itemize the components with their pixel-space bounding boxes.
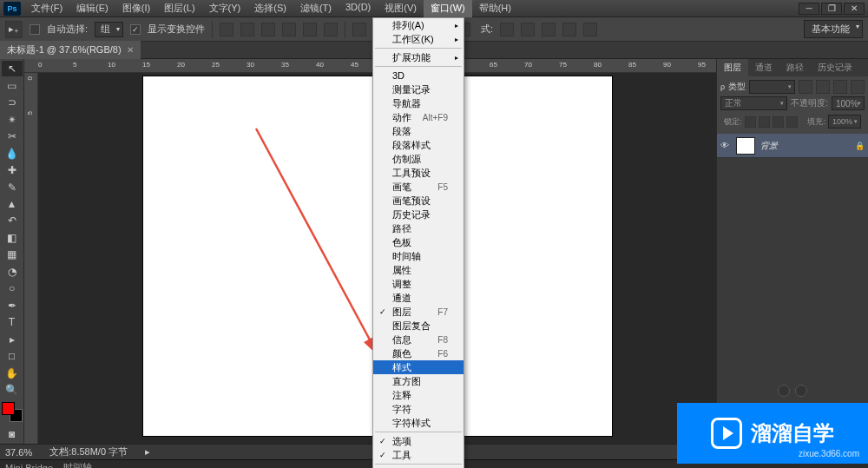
filter-icon-4[interactable] bbox=[851, 80, 865, 94]
blend-mode-dropdown[interactable]: 正常 bbox=[720, 96, 787, 110]
quick-mask-tool[interactable]: ◙ bbox=[2, 426, 23, 442]
dodge-tool[interactable]: ○ bbox=[2, 280, 23, 296]
pen-tool[interactable]: ✒ bbox=[2, 298, 23, 313]
menu-item-layer-comps[interactable]: 图层复合 bbox=[373, 319, 464, 333]
restore-button[interactable]: ❐ bbox=[821, 3, 842, 15]
3d-mode-icon-4[interactable] bbox=[562, 23, 576, 36]
menu-item-properties[interactable]: 属性 bbox=[373, 263, 464, 277]
path-selection-tool[interactable]: ▸ bbox=[2, 332, 23, 347]
magic-wand-tool[interactable]: ✴ bbox=[2, 111, 23, 127]
menu-window[interactable]: 窗口(W) bbox=[424, 0, 472, 17]
eraser-tool[interactable]: ◧ bbox=[2, 230, 23, 246]
gradient-tool[interactable]: ▦ bbox=[2, 247, 23, 262]
menu-layer[interactable]: 图层(L) bbox=[157, 0, 201, 17]
document-tab[interactable]: 未标题-1 @ 37.6%(RGB/8) ✕ bbox=[0, 41, 141, 59]
menu-item-extensions[interactable]: 扩展功能 bbox=[373, 50, 464, 64]
lock-position-icon[interactable] bbox=[773, 116, 784, 128]
close-tab-icon[interactable]: ✕ bbox=[127, 45, 134, 55]
type-tool[interactable]: T bbox=[2, 314, 23, 330]
paths-panel-tab[interactable]: 路径 bbox=[779, 59, 811, 76]
menu-item-info[interactable]: 信息F8 bbox=[373, 333, 464, 346]
lock-transparency-icon[interactable] bbox=[745, 116, 756, 128]
layer-row-background[interactable]: 👁 背景 🔒 bbox=[717, 134, 868, 158]
menu-item-adjustments[interactable]: 调整 bbox=[373, 277, 464, 291]
align-icon-4[interactable] bbox=[282, 23, 296, 36]
brush-tool[interactable]: ✎ bbox=[2, 179, 23, 194]
filter-icon-2[interactable] bbox=[816, 80, 830, 94]
zoom-tool[interactable]: 🔍 bbox=[2, 382, 23, 398]
menu-item-styles[interactable]: 样式 bbox=[373, 360, 464, 374]
hand-tool[interactable]: ✋ bbox=[2, 365, 23, 380]
menu-view[interactable]: 视图(V) bbox=[378, 0, 424, 17]
layer-thumbnail[interactable] bbox=[736, 137, 755, 155]
menu-item-actions[interactable]: 动作Alt+F9 bbox=[373, 110, 464, 124]
filter-icon-3[interactable] bbox=[833, 80, 847, 94]
3d-mode-icon-3[interactable] bbox=[542, 23, 556, 36]
timeline-tab[interactable]: 时间轴 bbox=[63, 461, 92, 468]
crop-tool[interactable]: ✂ bbox=[2, 129, 23, 144]
lasso-tool[interactable]: ⊃ bbox=[2, 95, 23, 110]
visibility-toggle-icon[interactable]: 👁 bbox=[720, 141, 731, 150]
3d-mode-icon-5[interactable] bbox=[583, 23, 597, 36]
menu-help[interactable]: 帮助(H) bbox=[472, 0, 518, 17]
auto-select-dropdown[interactable]: 组 bbox=[95, 22, 123, 37]
menu-item-arrange[interactable]: 排列(A) bbox=[373, 18, 464, 32]
rectangle-tool[interactable]: □ bbox=[2, 348, 23, 364]
history-brush-tool[interactable]: ↶ bbox=[2, 213, 23, 228]
menu-item-measure[interactable]: 测量记录 bbox=[373, 82, 464, 96]
menu-item-history[interactable]: 历史记录 bbox=[373, 208, 464, 221]
menu-edit[interactable]: 编辑(E) bbox=[69, 0, 115, 17]
lock-pixels-icon[interactable] bbox=[759, 116, 770, 128]
menu-item-swatches[interactable]: 色板 bbox=[373, 235, 464, 249]
menu-file[interactable]: 文件(F) bbox=[24, 0, 69, 17]
menu-item-paragraph-styles[interactable]: 段落样式 bbox=[373, 138, 464, 152]
menu-filter[interactable]: 滤镜(T) bbox=[293, 0, 339, 17]
align-icon-2[interactable] bbox=[240, 23, 254, 36]
layers-panel-tab[interactable]: 图层 bbox=[717, 59, 748, 76]
zoom-level[interactable]: 37.6% bbox=[5, 447, 32, 458]
document-info[interactable]: 文档:8.58M/0 字节 bbox=[49, 445, 128, 458]
minimize-button[interactable]: ─ bbox=[799, 3, 819, 15]
color-swatches[interactable] bbox=[2, 402, 23, 421]
doc-info-chevron-icon[interactable]: ▸ bbox=[145, 446, 150, 458]
eyedropper-tool[interactable]: 💧 bbox=[2, 145, 23, 161]
menu-item-workspace[interactable]: 工作区(K) bbox=[373, 32, 464, 46]
distribute-icon-1[interactable] bbox=[352, 23, 366, 36]
move-tool[interactable]: ↖ bbox=[2, 61, 23, 76]
menu-item-tool-presets[interactable]: 工具预设 bbox=[373, 166, 464, 180]
mini-bridge-tab[interactable]: Mini Bridge bbox=[5, 463, 53, 469]
menu-item-brush-presets[interactable]: 画笔预设 bbox=[373, 194, 464, 208]
align-icon-3[interactable] bbox=[261, 23, 275, 36]
menu-item-tools[interactable]: 工具 bbox=[373, 448, 464, 462]
menu-item-histogram[interactable]: 直方图 bbox=[373, 374, 464, 388]
clone-stamp-tool[interactable]: ▲ bbox=[2, 196, 23, 212]
menu-item-timeline[interactable]: 时间轴 bbox=[373, 249, 464, 263]
menu-3d[interactable]: 3D(D) bbox=[339, 0, 378, 17]
menu-item-brush[interactable]: 画笔F5 bbox=[373, 180, 464, 194]
menu-item-navigator[interactable]: 导航器 bbox=[373, 96, 464, 110]
foreground-color[interactable] bbox=[2, 402, 15, 415]
marquee-tool[interactable]: ▭ bbox=[2, 77, 23, 93]
healing-brush-tool[interactable]: ✚ bbox=[2, 162, 23, 178]
menu-item-paths[interactable]: 路径 bbox=[373, 221, 464, 235]
move-tool-icon[interactable]: ▸₊ bbox=[5, 21, 23, 38]
close-button[interactable]: ✕ bbox=[844, 3, 865, 15]
align-icon-5[interactable] bbox=[303, 23, 317, 36]
menu-item-character-styles[interactable]: 字符样式 bbox=[373, 416, 464, 430]
auto-select-checkbox[interactable] bbox=[30, 24, 40, 35]
3d-mode-icon-2[interactable] bbox=[521, 23, 535, 36]
layer-filter-dropdown[interactable] bbox=[749, 80, 795, 94]
menu-item-layers[interactable]: 图层F7 bbox=[373, 305, 464, 319]
menu-item-channels[interactable]: 通道 bbox=[373, 291, 464, 305]
menu-type[interactable]: 文字(Y) bbox=[202, 0, 248, 17]
layer-list[interactable]: 👁 背景 🔒 bbox=[717, 134, 868, 423]
menu-item-options[interactable]: 选项 bbox=[373, 434, 464, 448]
menu-item-notes[interactable]: 注释 bbox=[373, 388, 464, 402]
lock-icon[interactable]: 🔒 bbox=[855, 142, 865, 150]
layer-name[interactable]: 背景 bbox=[760, 140, 778, 152]
menu-item-clone-source[interactable]: 仿制源 bbox=[373, 152, 464, 166]
menu-item-color[interactable]: 颜色F6 bbox=[373, 346, 464, 360]
filter-icon-1[interactable] bbox=[799, 80, 812, 94]
workspace-switcher[interactable]: 基本功能 bbox=[804, 20, 863, 38]
blur-tool[interactable]: ◔ bbox=[2, 264, 23, 280]
